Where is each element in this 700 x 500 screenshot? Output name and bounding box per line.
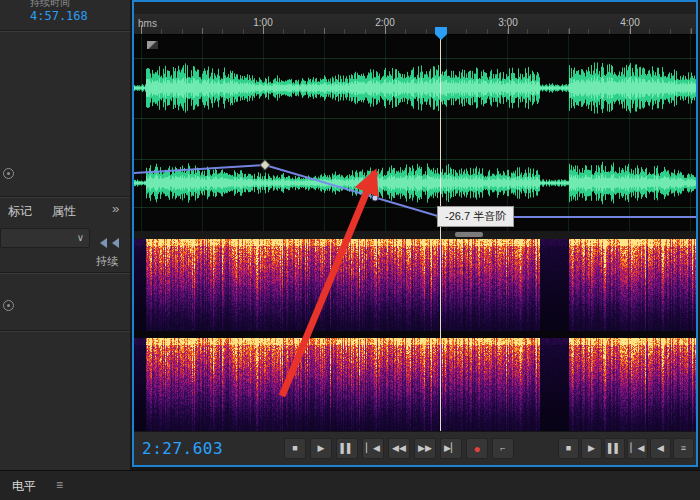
transport-buttons-right: ■ ▶ ▌▌ ▏◀ ◀ ≡ bbox=[558, 438, 694, 459]
cue-button[interactable]: ⌐ bbox=[492, 438, 514, 459]
divider bbox=[0, 196, 130, 197]
playhead-line bbox=[440, 35, 441, 431]
spectrogram-display[interactable] bbox=[134, 239, 696, 431]
major-tick bbox=[263, 25, 264, 34]
duration-stat-value: 4:57.168 bbox=[30, 9, 88, 23]
major-tick bbox=[630, 25, 631, 34]
h-scrollbar-thumb[interactable] bbox=[455, 232, 483, 237]
minor-tick bbox=[202, 28, 203, 34]
left-sidebar: 持续时间 4:57.168 标记 属性 » ∨ 持续 bbox=[0, 0, 130, 470]
minor-tick bbox=[691, 28, 692, 34]
waveform-editor-panel: hms 1:00 2:00 3:00 4:00 -26.7 半音阶 bbox=[132, 0, 698, 467]
transport-buttons-left: ■ ▶ ▌▌ ▏◀ ◀◀ ▶▶ ▶▏ ● ⌐ bbox=[284, 438, 514, 459]
sidebar-tabs: 标记 属性 » bbox=[0, 202, 130, 222]
divider bbox=[0, 330, 130, 331]
arrow-left-icon bbox=[100, 238, 107, 248]
info-icon[interactable] bbox=[3, 168, 14, 179]
skip-start-button[interactable]: ▏◀ bbox=[627, 438, 648, 459]
skip-back-button[interactable]: ▏◀ bbox=[362, 438, 384, 459]
skip-forward-button[interactable]: ▶▏ bbox=[440, 438, 462, 459]
play-button[interactable]: ▶ bbox=[310, 438, 332, 459]
envelope-keyframe[interactable] bbox=[260, 160, 270, 170]
major-tick bbox=[385, 25, 386, 34]
duration-mode-label: 持续 bbox=[96, 254, 118, 269]
levels-panel-strip: 电平 ≡ bbox=[0, 470, 700, 500]
transport-menu-button[interactable]: ≡ bbox=[673, 438, 694, 459]
minor-tick bbox=[324, 28, 325, 34]
arrow-left-icon bbox=[112, 238, 119, 248]
tab-levels[interactable]: 电平 bbox=[12, 478, 36, 495]
stop-button[interactable]: ■ bbox=[284, 438, 306, 459]
divider bbox=[0, 272, 130, 273]
timeline-ruler[interactable]: hms 1:00 2:00 3:00 4:00 bbox=[134, 14, 696, 35]
editor-top-strip bbox=[134, 2, 696, 14]
stop-button-2[interactable]: ■ bbox=[558, 438, 579, 459]
fast-forward-button[interactable]: ▶▶ bbox=[414, 438, 436, 459]
divider bbox=[0, 30, 130, 31]
transport-bar: 2:27.603 ■ ▶ ▌▌ ▏◀ ◀◀ ▶▶ ▶▏ ● ⌐ ■ ▶ ▌▌ ▏… bbox=[134, 431, 696, 465]
rewind-button[interactable]: ◀◀ bbox=[388, 438, 410, 459]
envelope-line[interactable] bbox=[134, 165, 696, 217]
envelope-keyframe[interactable] bbox=[372, 195, 378, 201]
preset-dropdown[interactable]: ∨ bbox=[0, 228, 90, 248]
audition-window: 持续时间 4:57.168 标记 属性 » ∨ 持续 hms 1:00 2:00… bbox=[0, 0, 700, 500]
info-icon[interactable] bbox=[3, 300, 14, 311]
envelope-value-tooltip: -26.7 半音阶 bbox=[437, 206, 514, 227]
play-button-2[interactable]: ▶ bbox=[581, 438, 602, 459]
panel-splitter[interactable] bbox=[134, 231, 696, 239]
circle-icon bbox=[3, 168, 14, 179]
major-tick bbox=[508, 25, 509, 34]
pause-button-2[interactable]: ▌▌ bbox=[604, 438, 625, 459]
panel-menu-icon[interactable]: ≡ bbox=[56, 478, 63, 492]
tab-markers[interactable]: 标记 bbox=[8, 203, 32, 220]
playhead-time-display: 2:27.603 bbox=[142, 439, 223, 458]
circle-icon bbox=[3, 300, 14, 311]
volume-envelope-layer[interactable] bbox=[134, 35, 696, 231]
tabs-overflow-button[interactable]: » bbox=[112, 201, 119, 216]
pause-button[interactable]: ▌▌ bbox=[336, 438, 358, 459]
minor-tick bbox=[569, 28, 570, 34]
step-back-button[interactable]: ◀ bbox=[650, 438, 671, 459]
nudge-icons[interactable] bbox=[100, 234, 124, 252]
record-button[interactable]: ● bbox=[466, 438, 488, 459]
major-tick bbox=[141, 25, 142, 34]
tab-properties[interactable]: 属性 bbox=[52, 203, 76, 220]
chevron-down-icon: ∨ bbox=[77, 232, 84, 243]
